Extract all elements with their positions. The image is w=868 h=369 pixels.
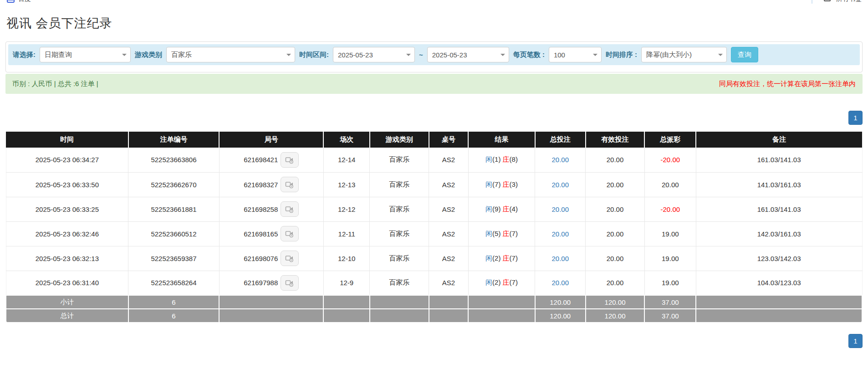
column-header-session: 场次 bbox=[323, 132, 370, 148]
round-id-text: 621698076 bbox=[244, 255, 278, 262]
cell-round-id: 621698165 bbox=[219, 221, 323, 246]
per-page-value: 100 bbox=[549, 51, 570, 59]
total-bet-link[interactable]: 20.00 bbox=[551, 181, 569, 189]
total-row-valid-bet: 120.00 bbox=[586, 309, 645, 323]
column-header-payout: 总派彩 bbox=[644, 132, 696, 148]
date-to-select[interactable]: 2025-05-23 bbox=[427, 47, 509, 62]
pagination-page-1-button[interactable]: 1 bbox=[848, 334, 863, 348]
cell-time: 2025-05-23 06:33:25 bbox=[6, 197, 128, 221]
total-row: 总计6120.00120.0037.00 bbox=[6, 309, 862, 323]
result-banker-label: 庄 bbox=[503, 205, 510, 213]
caret-down-icon bbox=[283, 47, 295, 62]
bookmark-item-label[interactable]: 百度 bbox=[18, 0, 31, 3]
result-banker-score: (7) bbox=[510, 254, 518, 262]
bookmarks-folder-icon bbox=[824, 0, 831, 1]
total-bet-link[interactable]: 20.00 bbox=[551, 156, 569, 164]
video-replay-button[interactable] bbox=[281, 275, 299, 291]
table-body: 2025-05-23 06:34:27522523663806621698421… bbox=[6, 148, 862, 323]
table-row: 2025-05-23 06:34:27522523663806621698421… bbox=[6, 148, 862, 172]
search-button[interactable]: 查询 bbox=[731, 47, 758, 62]
video-replay-button[interactable] bbox=[281, 152, 299, 168]
video-replay-button[interactable] bbox=[281, 226, 299, 241]
total-bet-link[interactable]: 20.00 bbox=[551, 255, 569, 262]
query-type-value: 日期查询 bbox=[40, 51, 77, 59]
cell-valid-bet: 20.00 bbox=[586, 172, 645, 197]
cell-total-bet[interactable]: 20.00 bbox=[535, 221, 586, 246]
subtotal-row-result bbox=[468, 295, 535, 309]
cell-round-id: 621698076 bbox=[219, 246, 323, 271]
bookmarks-divider bbox=[812, 0, 812, 4]
result-player-score: (2) bbox=[492, 278, 503, 286]
cell-note: 141.03/161.03 bbox=[696, 172, 862, 197]
video-icon bbox=[285, 229, 294, 238]
result-banker-label: 庄 bbox=[503, 230, 510, 237]
cell-payout: 19.00 bbox=[644, 271, 696, 295]
time-range-label: 时间区间: bbox=[299, 51, 329, 59]
date-from-select[interactable]: 2025-05-23 bbox=[333, 47, 415, 62]
sort-select[interactable]: 降幂(由大到小) bbox=[641, 47, 727, 62]
cell-time: 2025-05-23 06:33:50 bbox=[6, 172, 128, 197]
cell-total-bet[interactable]: 20.00 bbox=[535, 197, 586, 221]
subtotal-row-table-no bbox=[429, 295, 468, 309]
cell-payout: 19.00 bbox=[644, 246, 696, 271]
result-player-label: 闲 bbox=[485, 230, 492, 237]
cell-valid-bet: 20.00 bbox=[586, 246, 645, 271]
round-id-text: 621698327 bbox=[244, 181, 278, 189]
video-replay-button[interactable] bbox=[281, 251, 299, 266]
result-banker-score: (8) bbox=[510, 155, 518, 163]
cell-time: 2025-05-23 06:32:13 bbox=[6, 246, 128, 271]
result-banker-score: (4) bbox=[510, 205, 518, 213]
caret-down-icon bbox=[403, 47, 414, 62]
column-header-round-id: 局号 bbox=[219, 132, 323, 148]
cell-bet-id: 522523663806 bbox=[128, 148, 219, 172]
total-bet-link[interactable]: 20.00 bbox=[551, 230, 569, 238]
result-player-label: 闲 bbox=[485, 278, 492, 286]
cell-payout: 19.00 bbox=[644, 221, 696, 246]
cell-round-id: 621698327 bbox=[219, 172, 323, 197]
caret-down-icon bbox=[715, 47, 726, 62]
cell-time: 2025-05-23 06:34:27 bbox=[6, 148, 128, 172]
cell-game-type: 百家乐 bbox=[370, 271, 429, 295]
total-bet-link[interactable]: 20.00 bbox=[551, 205, 569, 213]
cell-table-no: AS2 bbox=[429, 221, 468, 246]
range-tilde: ~ bbox=[419, 51, 423, 59]
game-type-select[interactable]: 百家乐 bbox=[166, 47, 295, 62]
cell-table-no: AS2 bbox=[429, 172, 468, 197]
round-id-text: 621697988 bbox=[244, 279, 278, 287]
result-player-score: (7) bbox=[492, 180, 503, 188]
video-replay-button[interactable] bbox=[281, 201, 299, 217]
pagination-page-1-button[interactable]: 1 bbox=[848, 111, 863, 125]
page-title: 视讯 会员下注纪录 bbox=[6, 15, 863, 31]
result-player-label: 闲 bbox=[485, 205, 492, 213]
result-player-label: 闲 bbox=[485, 254, 492, 262]
per-page-select[interactable]: 100 bbox=[549, 47, 602, 62]
cell-total-bet[interactable]: 20.00 bbox=[535, 246, 586, 271]
cell-round-id: 621698258 bbox=[219, 197, 323, 221]
game-type-value: 百家乐 bbox=[167, 51, 196, 59]
query-type-select[interactable]: 日期查询 bbox=[40, 47, 131, 62]
cell-session: 12-12 bbox=[323, 197, 370, 221]
subtotal-row-session bbox=[323, 295, 370, 309]
pagination-bottom: 1 bbox=[5, 334, 863, 348]
total-row-count: 6 bbox=[128, 309, 219, 323]
total-bet-link[interactable]: 20.00 bbox=[551, 279, 569, 287]
cell-payout: -20.00 bbox=[644, 148, 696, 172]
round-id-text: 621698165 bbox=[244, 230, 278, 238]
cell-total-bet[interactable]: 20.00 bbox=[535, 148, 586, 172]
subtotal-row-valid-bet: 120.00 bbox=[586, 295, 645, 309]
video-icon bbox=[285, 205, 294, 214]
all-bookmarks-label[interactable]: 所有书签 bbox=[836, 0, 862, 3]
total-row-label: 总计 bbox=[6, 309, 128, 323]
cell-total-bet[interactable]: 20.00 bbox=[535, 172, 586, 197]
cell-total-bet[interactable]: 20.00 bbox=[535, 271, 586, 295]
result-banker-score: (7) bbox=[510, 278, 518, 286]
sort-label: 时间排序 : bbox=[606, 51, 637, 59]
game-type-label: 游戏类别 bbox=[135, 51, 162, 59]
video-replay-button[interactable] bbox=[281, 177, 299, 192]
table-row: 2025-05-23 06:33:50522523662670621698327… bbox=[6, 172, 862, 197]
cell-result: 闲(7) 庄(3) bbox=[468, 172, 535, 197]
table-row: 2025-05-23 06:32:13522523659387621698076… bbox=[6, 246, 862, 271]
total-row-note bbox=[696, 309, 862, 323]
table-row: 2025-05-23 06:32:46522523660512621698165… bbox=[6, 221, 862, 246]
cell-table-no: AS2 bbox=[429, 148, 468, 172]
